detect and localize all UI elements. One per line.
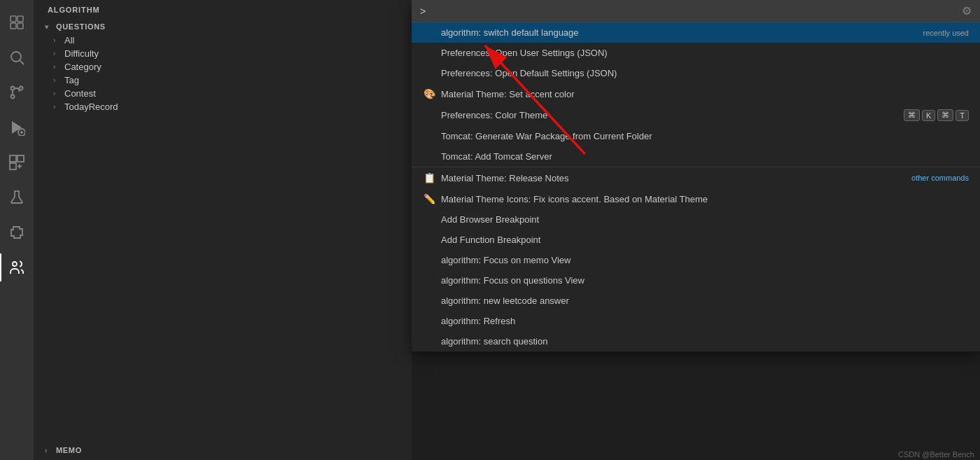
- command-item-tomcat-add[interactable]: Tomcat: Add Tomcat Server: [412, 146, 980, 167]
- svg-point-6: [11, 87, 15, 90]
- todayrecord-chevron: ›: [53, 103, 62, 111]
- category-label: Category: [64, 62, 102, 72]
- command-item-left: Preferences: Open User Settings (JSON): [423, 48, 969, 58]
- command-item-focus-memo[interactable]: algorithm: Focus on memo View: [412, 250, 980, 270]
- command-item-left: ✏️ Material Theme Icons: Fix icons accen…: [423, 193, 969, 204]
- command-item-left: algorithm: Focus on questions View: [423, 275, 969, 286]
- item-text-10: Add Function Breakpoint: [441, 235, 540, 245]
- source-control-icon[interactable]: [0, 76, 34, 109]
- sidebar-item-contest[interactable]: › Contest: [34, 87, 412, 100]
- command-item-focus-questions[interactable]: algorithm: Focus on questions View: [412, 270, 980, 291]
- item-text-15: algorithm: search question: [441, 336, 547, 347]
- command-item-left: Add Browser Breakpoint: [423, 214, 969, 225]
- memo-label: MEMO: [56, 446, 82, 454]
- svg-point-4: [11, 52, 21, 62]
- activity-bar: [0, 0, 34, 460]
- keybind-color-theme: ⌘ K ⌘ T: [904, 109, 969, 121]
- item-text-13: algorithm: new leetcode answer: [441, 295, 569, 306]
- command-item-left: algorithm: search question: [423, 336, 969, 347]
- command-item-left: Tomcat: Add Tomcat Server: [423, 151, 969, 162]
- item-text-14: algorithm: Refresh: [441, 316, 515, 326]
- command-input[interactable]: [420, 6, 956, 17]
- command-item-left: Preferences: Open Default Settings (JSON…: [423, 68, 969, 78]
- item-icon-7: 📋: [423, 172, 435, 183]
- command-item-left: algorithm: switch default language: [423, 27, 915, 38]
- tag-chevron: ›: [53, 76, 62, 84]
- svg-rect-13: [10, 155, 16, 162]
- command-item-tomcat-war[interactable]: Tomcat: Generate War Package from Curren…: [412, 126, 980, 146]
- item-text-1: Preferences: Open User Settings (JSON): [441, 48, 608, 58]
- tag-label: Tag: [64, 75, 79, 85]
- kbd-cmd2: ⌘: [937, 109, 953, 121]
- command-item-left: algorithm: Focus on memo View: [423, 255, 969, 265]
- todayrecord-label: TodayRecord: [64, 102, 118, 112]
- sidebar-item-tag[interactable]: › Tag: [34, 74, 412, 87]
- kbd-cmd1: ⌘: [904, 109, 920, 121]
- sidebar-item-all[interactable]: › All: [34, 34, 412, 47]
- item-text-4: Preferences: Color Theme: [441, 110, 547, 120]
- command-item-browser-breakpoint[interactable]: Add Browser Breakpoint: [412, 209, 980, 230]
- memo-section-header[interactable]: › MEMO: [34, 443, 412, 457]
- svg-point-8: [11, 95, 15, 99]
- extensions-icon[interactable]: [0, 146, 34, 179]
- contest-chevron: ›: [53, 90, 62, 97]
- memo-chevron: ›: [45, 447, 53, 454]
- svg-point-7: [20, 87, 23, 90]
- sidebar-item-category[interactable]: › Category: [34, 60, 412, 74]
- command-item-open-default-settings[interactable]: Preferences: Open Default Settings (JSON…: [412, 63, 980, 83]
- sidebar-title: ALGORITHM: [34, 0, 412, 17]
- item-text-11: algorithm: Focus on memo View: [441, 255, 570, 265]
- command-item-left: algorithm: Refresh: [423, 316, 969, 326]
- item-text-6: Tomcat: Add Tomcat Server: [441, 151, 552, 162]
- command-item-left: 🎨 Material Theme: Set accent color: [423, 88, 969, 99]
- puzzle-icon[interactable]: [0, 216, 34, 249]
- questions-section-header[interactable]: ▾ QUESTIONS: [34, 20, 412, 34]
- flask-icon[interactable]: [0, 181, 34, 214]
- item-text-5: Tomcat: Generate War Package from Curren…: [441, 131, 652, 141]
- status-bar: CSDN @Better Bench: [892, 449, 980, 460]
- explorer-icon[interactable]: [0, 6, 34, 39]
- search-icon[interactable]: [0, 41, 34, 74]
- sidebar-item-todayrecord[interactable]: › TodayRecord: [34, 100, 412, 113]
- command-item-open-user-settings[interactable]: Preferences: Open User Settings (JSON): [412, 43, 980, 63]
- category-chevron: ›: [53, 63, 62, 71]
- command-item-material-accent[interactable]: 🎨 Material Theme: Set accent color: [412, 83, 980, 104]
- kbd-k: K: [922, 110, 935, 121]
- command-item-material-release[interactable]: 📋 Material Theme: Release Notes other co…: [412, 167, 980, 188]
- command-item-function-breakpoint[interactable]: Add Function Breakpoint: [412, 230, 980, 250]
- command-list: algorithm: switch default language recen…: [412, 22, 980, 351]
- difficulty-label: Difficulty: [64, 48, 99, 59]
- questions-section: ▾ QUESTIONS › All › Difficulty › Categor…: [34, 17, 412, 116]
- item-text-12: algorithm: Focus on questions View: [441, 275, 584, 286]
- run-debug-icon[interactable]: [0, 111, 34, 144]
- command-item-left: algorithm: new leetcode answer: [423, 295, 969, 306]
- command-item-search-question[interactable]: algorithm: search question: [412, 331, 980, 351]
- main-area: ⚙ algorithm: switch default language rec…: [412, 0, 980, 460]
- item-text-9: Add Browser Breakpoint: [441, 214, 539, 225]
- command-item-color-theme[interactable]: Preferences: Color Theme ⌘ K ⌘ T: [412, 104, 980, 126]
- svg-rect-14: [18, 155, 24, 162]
- svg-line-5: [20, 61, 24, 65]
- command-input-row: ⚙: [412, 0, 980, 22]
- svg-rect-15: [10, 163, 16, 169]
- item-badge-7: other commands: [911, 174, 969, 182]
- contest-label: Contest: [64, 88, 96, 99]
- all-chevron: ›: [53, 36, 62, 44]
- sidebar-item-difficulty[interactable]: › Difficulty: [34, 47, 412, 60]
- sidebar-bottom: › MEMO: [34, 440, 412, 460]
- command-item-switch-language[interactable]: algorithm: switch default language recen…: [412, 22, 980, 43]
- command-item-refresh[interactable]: algorithm: Refresh: [412, 311, 980, 331]
- svg-rect-3: [18, 23, 23, 29]
- command-settings-icon[interactable]: ⚙: [962, 4, 972, 18]
- command-item-left: Tomcat: Generate War Package from Curren…: [423, 131, 969, 141]
- item-text-7: Material Theme: Release Notes: [441, 173, 569, 183]
- svg-marker-9: [12, 121, 22, 134]
- command-item-new-answer[interactable]: algorithm: new leetcode answer: [412, 291, 980, 311]
- all-label: All: [64, 35, 74, 46]
- command-item-material-icons[interactable]: ✏️ Material Theme Icons: Fix icons accen…: [412, 188, 980, 209]
- svg-rect-2: [10, 23, 16, 29]
- people-icon[interactable]: [0, 251, 34, 284]
- item-badge-0: recently used: [923, 29, 969, 37]
- questions-chevron: ▾: [45, 23, 53, 31]
- command-item-left: Add Function Breakpoint: [423, 235, 969, 245]
